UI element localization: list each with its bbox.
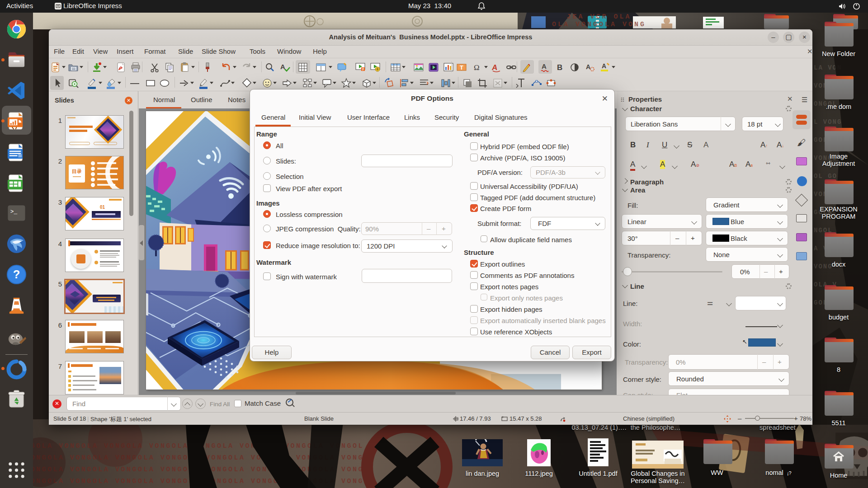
svg-text:A: A	[602, 62, 606, 70]
svg-text:A: A	[280, 63, 285, 70]
svg-text:T: T	[460, 64, 463, 71]
svg-text:A: A	[491, 63, 498, 72]
svg-text:Ω: Ω	[474, 63, 480, 72]
svg-text:?: ?	[13, 268, 20, 281]
svg-text:A: A	[586, 63, 590, 70]
svg-text:>_: >_	[10, 208, 18, 215]
svg-text:A: A	[542, 62, 547, 70]
svg-text:B: B	[557, 63, 562, 72]
